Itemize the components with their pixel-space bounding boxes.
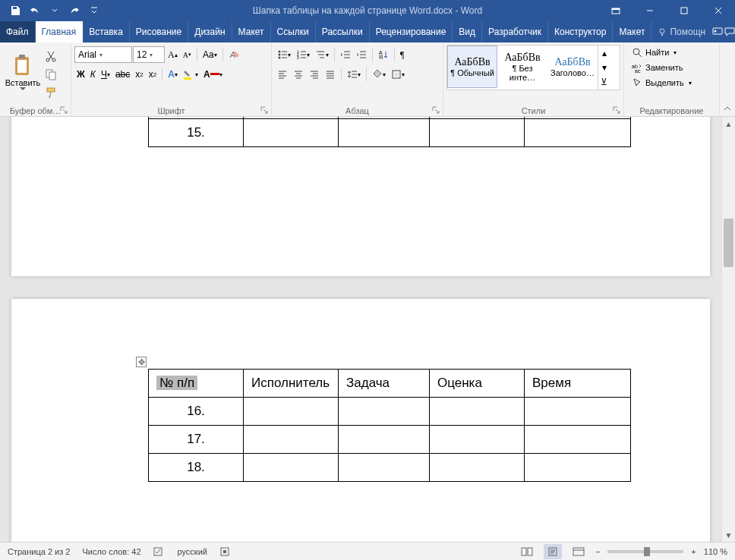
scroll-down-icon[interactable]: ▼: [722, 528, 735, 542]
comment-icon[interactable]: [724, 21, 735, 42]
cut-icon[interactable]: [43, 48, 59, 64]
sort-icon[interactable]: AЯ: [376, 46, 391, 63]
tab-developer[interactable]: Разработчик: [482, 21, 548, 42]
ribbon: Вставить Буфер обм… Arial▾ 12▾ A▴ A▾ Aa▾…: [0, 42, 735, 117]
shading-icon[interactable]: ▾: [370, 66, 388, 83]
align-left-icon[interactable]: [275, 66, 290, 83]
collapse-ribbon-icon[interactable]: [720, 42, 735, 116]
macro-icon[interactable]: [219, 546, 230, 557]
scroll-track[interactable]: [722, 131, 735, 528]
replace-icon: abac: [632, 62, 642, 73]
scroll-thumb[interactable]: [724, 219, 733, 267]
minimize-icon[interactable]: [632, 0, 667, 21]
tab-review[interactable]: Рецензирование: [370, 21, 453, 42]
tab-references[interactable]: Ссылки: [271, 21, 316, 42]
multilevel-icon[interactable]: ▾: [313, 46, 331, 63]
qat-customize-icon[interactable]: [85, 2, 103, 20]
maximize-icon[interactable]: [667, 0, 701, 21]
read-mode-icon[interactable]: [518, 544, 536, 559]
styles-down-icon[interactable]: ▾: [598, 60, 610, 74]
justify-icon[interactable]: [323, 66, 338, 83]
share-icon[interactable]: [711, 21, 724, 42]
clear-format-icon[interactable]: A: [226, 46, 243, 63]
underline-icon[interactable]: Ч▾: [99, 66, 112, 83]
font-launcher-icon[interactable]: [260, 106, 268, 114]
tell-me[interactable]: Помощн: [651, 21, 711, 42]
text-effects-icon[interactable]: A▾: [166, 66, 180, 83]
tab-file[interactable]: Файл: [0, 21, 36, 42]
doc-table-main[interactable]: № п/п Исполнитель Задача Оценка Время 16…: [148, 369, 631, 482]
zoom-slider[interactable]: [607, 550, 683, 553]
close-icon[interactable]: [701, 0, 735, 21]
font-name-select[interactable]: Arial▾: [74, 46, 132, 63]
quick-access-toolbar: [0, 2, 103, 20]
strikethrough-icon[interactable]: abc: [113, 66, 132, 83]
status-page[interactable]: Страница 2 из 2: [8, 547, 70, 556]
paragraph-launcher-icon[interactable]: [432, 106, 440, 114]
tab-view[interactable]: Вид: [453, 21, 482, 42]
tab-home[interactable]: Главная: [36, 21, 84, 42]
vertical-scrollbar[interactable]: ▲ ▼: [721, 117, 735, 542]
redo-icon[interactable]: [65, 2, 84, 20]
style-normal[interactable]: АаБбВв ¶ Обычный: [447, 46, 497, 88]
grow-font-icon[interactable]: A▴: [166, 46, 180, 63]
font-color-icon[interactable]: A▾: [201, 66, 225, 83]
borders-icon[interactable]: ▾: [389, 66, 407, 83]
subscript-icon[interactable]: x2: [133, 66, 145, 83]
paste-button[interactable]: Вставить: [3, 45, 43, 99]
tab-mailings[interactable]: Рассылки: [316, 21, 370, 42]
shrink-font-icon[interactable]: A▾: [181, 46, 194, 63]
status-language[interactable]: русский: [178, 547, 207, 556]
scroll-up-icon[interactable]: ▲: [722, 117, 735, 131]
font-size-select[interactable]: 12▾: [133, 46, 165, 63]
copy-icon[interactable]: [43, 66, 59, 83]
select-button[interactable]: Выделить▾: [627, 75, 716, 90]
zoom-out-icon[interactable]: −: [595, 547, 600, 556]
bullets-icon[interactable]: ▾: [275, 46, 293, 63]
line-spacing-icon[interactable]: ▾: [345, 66, 363, 83]
clipboard-launcher-icon[interactable]: [60, 106, 68, 114]
web-layout-icon[interactable]: [569, 544, 588, 559]
styles-up-icon[interactable]: ▴: [598, 46, 610, 60]
undo-dropdown-icon[interactable]: [46, 2, 64, 20]
save-icon[interactable]: [6, 2, 24, 20]
numbering-icon[interactable]: 123▾: [294, 46, 312, 63]
replace-button[interactable]: abac Заменить: [627, 60, 716, 75]
styles-more-icon[interactable]: ⊻: [598, 75, 610, 90]
tab-table-design[interactable]: Конструктор: [548, 21, 613, 42]
doc-table-top[interactable]: 15.: [148, 117, 631, 147]
increase-indent-icon[interactable]: [354, 46, 369, 63]
show-marks-icon[interactable]: ¶: [398, 46, 406, 63]
svg-rect-8: [17, 60, 27, 73]
superscript-icon[interactable]: x2: [147, 66, 159, 83]
styles-launcher-icon[interactable]: [613, 106, 620, 114]
document-area[interactable]: 15. ✥ № п/п Исполнитель Задача Оценка Вр…: [0, 117, 721, 542]
print-layout-icon[interactable]: [544, 544, 562, 559]
ribbon-display-icon[interactable]: [598, 0, 632, 21]
align-center-icon[interactable]: [291, 66, 306, 83]
style-heading[interactable]: АаБбВв Заголово…: [547, 46, 598, 88]
change-case-icon[interactable]: Aa▾: [200, 46, 219, 63]
table-move-handle-icon[interactable]: ✥: [136, 357, 147, 367]
bold-icon[interactable]: Ж: [74, 66, 87, 83]
tab-design[interactable]: Дизайн: [188, 21, 232, 42]
decrease-indent-icon[interactable]: [338, 46, 353, 63]
align-right-icon[interactable]: [307, 66, 322, 83]
find-button[interactable]: Найти▾: [627, 45, 716, 60]
tab-draw[interactable]: Рисование: [130, 21, 188, 42]
tab-insert[interactable]: Вставка: [83, 21, 130, 42]
style-no-spacing[interactable]: АаБбВв ¶ Без инте…: [497, 46, 547, 88]
highlight-icon[interactable]: ▾: [181, 66, 200, 83]
italic-icon[interactable]: К: [88, 66, 98, 83]
status-words[interactable]: Число слов: 42: [82, 547, 140, 556]
undo-icon[interactable]: [26, 2, 44, 20]
zoom-slider-knob[interactable]: [644, 547, 650, 556]
zoom-in-icon[interactable]: +: [691, 547, 696, 556]
ribbon-tabs: Файл Главная Вставка Рисование Дизайн Ма…: [0, 21, 735, 42]
format-painter-icon[interactable]: [43, 84, 59, 101]
tab-table-layout[interactable]: Макет: [613, 21, 651, 42]
spellcheck-icon[interactable]: [153, 546, 166, 557]
zoom-level[interactable]: 110 %: [704, 547, 727, 556]
tab-layout[interactable]: Макет: [232, 21, 271, 42]
search-icon: [632, 47, 642, 58]
